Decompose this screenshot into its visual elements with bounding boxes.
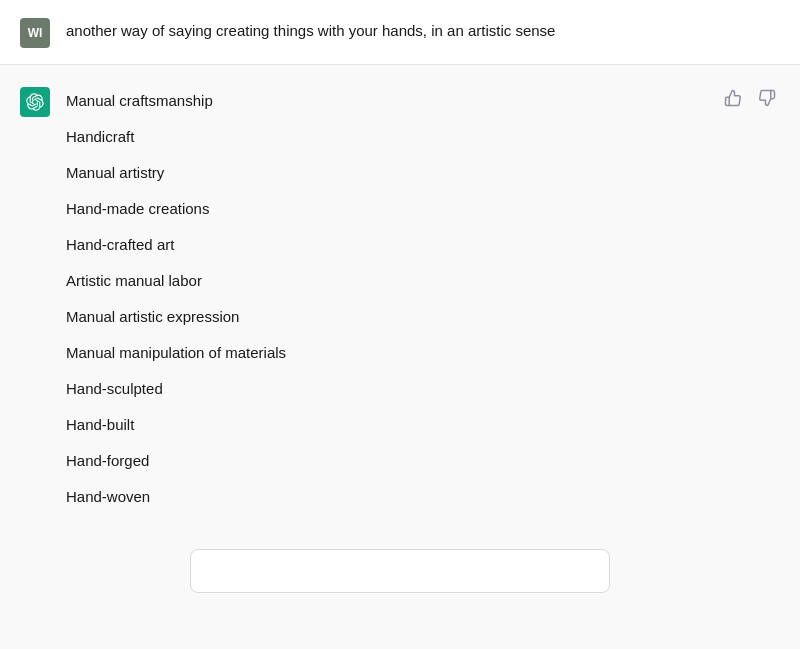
response-item: Manual artistic expression xyxy=(66,301,780,333)
response-item: Hand-woven xyxy=(66,481,780,513)
response-item: Hand-made creations xyxy=(66,193,780,225)
thumbs-up-button[interactable] xyxy=(720,85,746,111)
response-item: Manual craftsmanship xyxy=(66,85,780,117)
assistant-content: Manual craftsmanshipHandicraftManual art… xyxy=(66,85,780,513)
response-item: Hand-crafted art xyxy=(66,229,780,261)
response-item: Hand-built xyxy=(66,409,780,441)
assistant-avatar xyxy=(20,87,50,117)
user-message-text: another way of saying creating things wi… xyxy=(66,16,555,43)
user-message-row: WI another way of saying creating things… xyxy=(0,0,800,65)
feedback-buttons xyxy=(720,85,780,111)
input-area xyxy=(0,529,800,613)
user-avatar: WI xyxy=(20,18,50,48)
response-item: Hand-forged xyxy=(66,445,780,477)
thumbs-down-button[interactable] xyxy=(754,85,780,111)
assistant-message-row: Manual craftsmanshipHandicraftManual art… xyxy=(0,65,800,529)
response-item: Hand-sculpted xyxy=(66,373,780,405)
response-item: Handicraft xyxy=(66,121,780,153)
response-item: Manual artistry xyxy=(66,157,780,189)
input-box[interactable] xyxy=(190,549,610,593)
response-item: Artistic manual labor xyxy=(66,265,780,297)
response-item: Manual manipulation of materials xyxy=(66,337,780,369)
